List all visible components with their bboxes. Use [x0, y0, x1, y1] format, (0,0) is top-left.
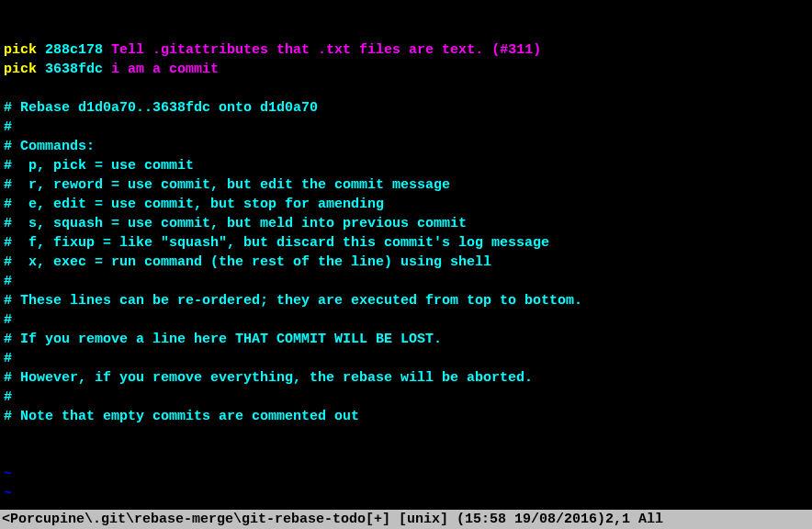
comment-line[interactable] — [4, 79, 808, 98]
comment-line[interactable]: # p, pick = use commit — [4, 156, 808, 175]
comment-line[interactable]: # If you remove a line here THAT COMMIT … — [4, 330, 808, 349]
rebase-action: pick — [4, 62, 37, 77]
commit-message: i am a commit — [111, 62, 219, 77]
rebase-commit-line[interactable]: pick 288c178 Tell .gitattributes that .t… — [4, 40, 808, 60]
comment-line[interactable]: # Note that empty commits are commented … — [4, 407, 808, 426]
rebase-action: pick — [4, 42, 37, 58]
comment-line[interactable]: # e, edit = use commit, but stop for ame… — [4, 195, 808, 214]
comment-line[interactable]: # These lines can be re-ordered; they ar… — [4, 291, 808, 310]
comment-line[interactable]: # x, exec = run command (the rest of the… — [4, 253, 808, 272]
comment-line[interactable]: # Rebase d1d0a70..3638fdc onto d1d0a70 — [4, 98, 808, 118]
comment-line[interactable]: # — [4, 388, 808, 407]
commit-hash: 3638fdc — [45, 62, 103, 77]
vim-status-line: <Porcupine\.git\rebase-merge\git-rebase-… — [0, 510, 812, 529]
comment-line[interactable]: # f, fixup = like "squash", but discard … — [4, 233, 808, 253]
comment-line[interactable]: # — [4, 272, 808, 291]
commit-message: Tell .gitattributes that .txt files are … — [111, 42, 541, 58]
editor-buffer[interactable]: pick 288c178 Tell .gitattributes that .t… — [4, 40, 808, 426]
comment-line[interactable]: # — [4, 310, 808, 330]
commit-hash: 288c178 — [45, 42, 103, 58]
tilde-empty-line: ~ — [4, 465, 808, 484]
comment-line[interactable]: # s, squash = use commit, but meld into … — [4, 214, 808, 233]
comment-line[interactable]: # — [4, 349, 808, 368]
vim-editor-viewport[interactable]: pick 288c178 Tell .gitattributes that .t… — [0, 0, 812, 529]
comment-line[interactable]: # — [4, 118, 808, 137]
comment-line[interactable]: # However, if you remove everything, the… — [4, 368, 808, 388]
tilde-empty-line: ~ — [4, 484, 808, 503]
comment-line[interactable]: # r, reword = use commit, but edit the c… — [4, 175, 808, 195]
rebase-commit-line[interactable]: pick 3638fdc i am a commit — [4, 60, 808, 79]
comment-line[interactable]: # Commands: — [4, 137, 808, 156]
